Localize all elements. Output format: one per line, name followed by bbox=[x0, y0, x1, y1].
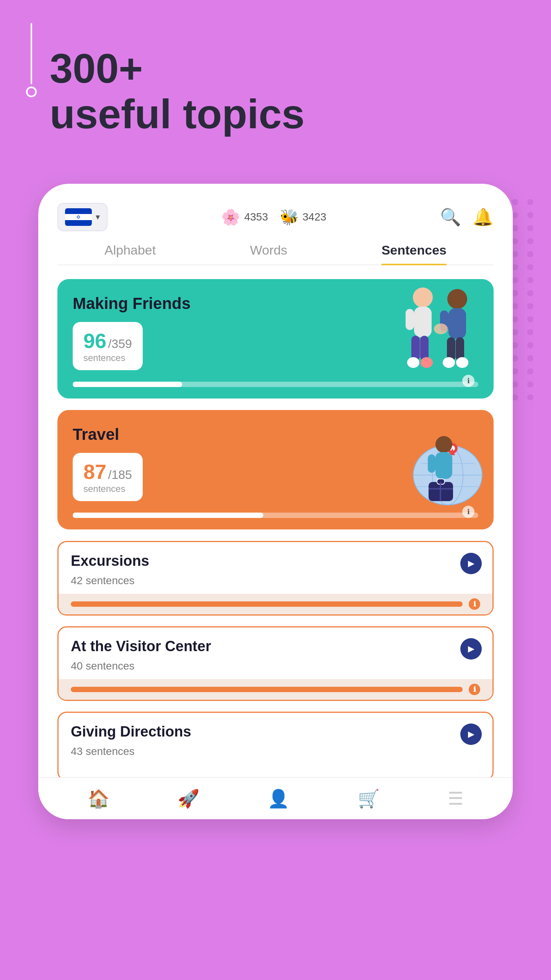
excursions-progress bbox=[71, 601, 463, 607]
travel-progress-bar: ℹ bbox=[73, 513, 478, 518]
bee-stat: 🐝 3423 bbox=[280, 208, 326, 226]
travel-total: /185 bbox=[108, 468, 132, 482]
making-friends-card[interactable]: Making Friends 96 /359 sentences ℹ bbox=[57, 279, 494, 399]
svg-point-14 bbox=[443, 357, 455, 368]
bottom-navigation: 🏠 🚀 👤 🛒 ☰ bbox=[38, 777, 513, 819]
language-selector[interactable]: ✡ ▾ bbox=[57, 203, 108, 231]
visitor-center-sentences: 40 sentences bbox=[71, 660, 480, 672]
svg-point-8 bbox=[447, 289, 467, 309]
svg-rect-27 bbox=[428, 454, 435, 473]
rocket-nav-icon[interactable]: 🚀 bbox=[178, 788, 199, 809]
flower-count: 4353 bbox=[244, 211, 268, 223]
visitor-center-info[interactable]: ℹ bbox=[469, 684, 480, 695]
action-icons: 🔍 🔔 bbox=[440, 207, 494, 227]
visitor-center-progress bbox=[71, 687, 463, 692]
giving-directions-sentences: 43 sentences bbox=[71, 745, 480, 758]
excursions-play-button[interactable]: ▶ bbox=[460, 553, 482, 574]
making-friends-total: /359 bbox=[108, 337, 132, 351]
excursions-card[interactable]: ▶ Excursions 42 sentences ℹ bbox=[57, 541, 494, 616]
svg-point-0 bbox=[413, 287, 433, 307]
visitor-center-play-button[interactable]: ▶ bbox=[460, 638, 482, 660]
svg-rect-26 bbox=[435, 452, 452, 479]
making-friends-progress-bar: ℹ bbox=[73, 382, 478, 387]
friends-illustration bbox=[390, 279, 490, 371]
bell-icon[interactable]: 🔔 bbox=[473, 207, 494, 227]
cart-nav-icon[interactable]: 🛒 bbox=[358, 788, 380, 809]
svg-rect-3 bbox=[423, 309, 432, 330]
making-friends-stats: 96 /359 sentences bbox=[73, 322, 143, 370]
travel-card[interactable]: Travel 87 /185 sentences ℹ bbox=[57, 410, 494, 529]
visitor-center-card[interactable]: ▶ At the Visitor Center 40 sentences ℹ bbox=[57, 626, 494, 701]
hero-title-line2: useful topics bbox=[50, 91, 305, 137]
flower-stat: 🌸 4353 bbox=[221, 208, 268, 226]
tab-sentences[interactable]: Sentences bbox=[381, 243, 447, 265]
stats-area: 🌸 4353 🐝 3423 bbox=[221, 208, 326, 226]
excursions-footer: ℹ bbox=[59, 594, 492, 614]
star-of-david-icon: ✡ bbox=[76, 214, 81, 220]
info-button[interactable]: ℹ bbox=[462, 375, 474, 387]
top-bar: ✡ ▾ 🌸 4353 🐝 3423 🔍 🔔 bbox=[57, 203, 494, 231]
home-nav-icon[interactable]: 🏠 bbox=[88, 788, 109, 809]
svg-point-7 bbox=[421, 357, 433, 368]
bee-count: 3423 bbox=[303, 211, 326, 223]
nav-tabs: Alphabet Words Sentences bbox=[57, 243, 494, 265]
tab-alphabet[interactable]: Alphabet bbox=[104, 243, 156, 265]
israel-flag: ✡ bbox=[65, 208, 92, 226]
excursions-sentences: 42 sentences bbox=[71, 575, 480, 587]
making-friends-label: sentences bbox=[83, 353, 132, 363]
person-nav-icon[interactable]: 👤 bbox=[267, 788, 289, 809]
making-friends-current: 96 bbox=[83, 329, 106, 352]
tab-words[interactable]: Words bbox=[250, 243, 287, 265]
travel-info-button[interactable]: ℹ bbox=[462, 506, 474, 518]
travel-label: sentences bbox=[83, 483, 132, 494]
decoration-line bbox=[31, 23, 32, 107]
chevron-down-icon: ▾ bbox=[96, 212, 100, 222]
svg-point-15 bbox=[456, 357, 468, 368]
visitor-center-footer: ℹ bbox=[59, 679, 492, 700]
making-friends-progress-fill bbox=[73, 382, 182, 387]
visitor-center-title: At the Visitor Center bbox=[71, 638, 480, 655]
flower-icon: 🌸 bbox=[221, 208, 240, 226]
travel-stats: 87 /185 sentences bbox=[73, 453, 143, 501]
menu-nav-icon[interactable]: ☰ bbox=[448, 788, 463, 809]
travel-illustration bbox=[394, 414, 494, 506]
svg-rect-5 bbox=[420, 336, 429, 361]
travel-current: 87 bbox=[83, 460, 106, 483]
giving-directions-title: Giving Directions bbox=[71, 724, 480, 740]
bee-icon: 🐝 bbox=[280, 208, 299, 226]
svg-rect-4 bbox=[411, 336, 420, 361]
svg-point-16 bbox=[434, 323, 448, 334]
hero-title-line1: 300+ bbox=[50, 46, 305, 91]
svg-point-6 bbox=[407, 357, 419, 368]
svg-rect-2 bbox=[406, 309, 414, 330]
excursions-info[interactable]: ℹ bbox=[469, 598, 480, 610]
hero-section: 300+ useful topics bbox=[50, 46, 305, 137]
svg-point-25 bbox=[435, 436, 452, 453]
giving-directions-card[interactable]: ▶ Giving Directions 43 sentences bbox=[57, 712, 494, 781]
giving-directions-play-button[interactable]: ▶ bbox=[460, 724, 482, 745]
excursions-title: Excursions bbox=[71, 553, 480, 569]
travel-progress-fill bbox=[73, 513, 263, 518]
search-icon[interactable]: 🔍 bbox=[440, 207, 461, 227]
phone-mockup: ✡ ▾ 🌸 4353 🐝 3423 🔍 🔔 Alphabet Words Sen… bbox=[38, 184, 513, 819]
svg-rect-11 bbox=[458, 310, 466, 332]
